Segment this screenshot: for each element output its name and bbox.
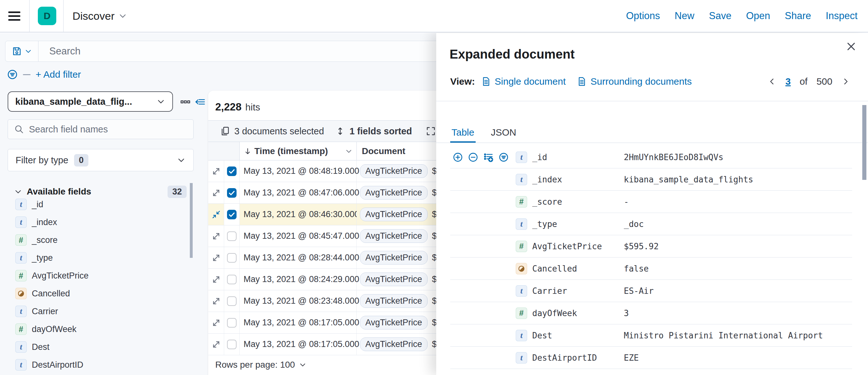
- field-item-_score[interactable]: #_score: [5, 231, 187, 249]
- field-item-_id[interactable]: t_id: [5, 196, 187, 213]
- toggle-column-icon[interactable]: [483, 152, 493, 162]
- boolean-token-icon: [516, 263, 527, 275]
- boxes-horizontal-icon[interactable]: [180, 97, 190, 107]
- tab-json[interactable]: JSON: [490, 123, 518, 143]
- previous-document-icon[interactable]: [768, 77, 776, 86]
- document-fields-table: t_id2HmUYnkBE6JEoD8IwQVst_indexkibana_sa…: [450, 146, 852, 369]
- saved-query-menu[interactable]: [5, 41, 38, 61]
- field-item-DestAirportID[interactable]: tDestAirportID: [5, 356, 187, 374]
- time-cell-value: May 13, 2021 @ 08:28:44.000: [244, 253, 359, 263]
- space-avatar[interactable]: D: [38, 7, 56, 25]
- string-token-icon: t: [516, 330, 527, 341]
- field-badge: AvgTicketPrice: [360, 294, 428, 308]
- filter-out-value-icon[interactable]: [468, 152, 478, 162]
- field-badge: AvgTicketPrice: [360, 164, 428, 178]
- filter-by-type-selector[interactable]: Filter by type 0: [8, 149, 194, 171]
- row-checkbox[interactable]: [227, 296, 237, 306]
- menu-icon[interactable]: [8, 9, 22, 23]
- filter-for-value-icon[interactable]: [453, 152, 463, 162]
- filter-for-field-present-icon[interactable]: [499, 152, 509, 162]
- view-links: Single documentSurrounding documents: [482, 76, 703, 87]
- boolean-token-icon: [15, 288, 27, 299]
- chevron-down-icon[interactable]: [14, 188, 22, 196]
- field-item-_type[interactable]: t_type: [5, 249, 187, 267]
- row-checkbox[interactable]: [227, 188, 237, 198]
- documents-selected-icon: [220, 126, 230, 136]
- doc-field-name: DestAirportID: [532, 353, 624, 363]
- collapse-sidebar-icon[interactable]: [195, 97, 205, 107]
- grid-controls-header-cell: [208, 142, 240, 160]
- row-checkbox[interactable]: [227, 275, 237, 284]
- expand-row-icon[interactable]: [211, 231, 221, 241]
- flyout-tabs: TableJSON: [436, 123, 868, 143]
- index-pattern-label: kibana_sample_data_flig...: [15, 96, 156, 107]
- expand-row-icon[interactable]: [211, 296, 221, 306]
- field-badge: AvgTicketPrice: [360, 251, 428, 264]
- menu-item-new[interactable]: New: [675, 10, 694, 22]
- time-cell-value: May 13, 2021 @ 08:17:05.000: [244, 318, 359, 327]
- expand-row-icon[interactable]: [211, 275, 221, 284]
- expand-row-icon[interactable]: [211, 318, 221, 327]
- tab-table[interactable]: Table: [450, 123, 476, 143]
- field-search-input[interactable]: [29, 124, 193, 135]
- expand-row-icon[interactable]: [211, 167, 221, 176]
- doc-field-row: t_id2HmUYnkBE6JEoD8IwQVs: [450, 146, 852, 168]
- next-document-icon[interactable]: [841, 77, 850, 86]
- close-icon[interactable]: [845, 41, 857, 53]
- time-cell-value: May 13, 2021 @ 08:23:48.000: [244, 296, 359, 306]
- chevron-down-icon: [299, 361, 307, 369]
- doc-field-name: _type: [532, 219, 624, 229]
- chevron-down-icon[interactable]: [345, 147, 352, 155]
- field-item-AvgTicketPrice[interactable]: #AvgTicketPrice: [5, 267, 187, 285]
- pager-total: 500: [816, 76, 832, 87]
- string-token-icon: t: [15, 306, 27, 317]
- chevron-down-icon: [177, 156, 186, 165]
- index-pattern-selector[interactable]: kibana_sample_data_flig...: [8, 91, 173, 112]
- add-filter-button[interactable]: + Add filter: [36, 69, 81, 80]
- field-item-_index[interactable]: t_index: [5, 213, 187, 231]
- expand-row-icon[interactable]: [211, 340, 221, 349]
- field-item-Dest[interactable]: tDest: [5, 338, 187, 356]
- field-name: _index: [32, 218, 57, 227]
- sidebar-scrollbar[interactable]: [190, 183, 193, 258]
- pager-current[interactable]: 3: [785, 76, 791, 87]
- filters-icon[interactable]: [7, 69, 18, 80]
- menu-item-inspect[interactable]: Inspect: [826, 10, 858, 22]
- time-column-header[interactable]: Time (timestamp): [240, 142, 357, 160]
- field-item-Carrier[interactable]: tCarrier: [5, 302, 187, 320]
- string-token-icon: t: [15, 199, 27, 210]
- doc-field-name: Cancelled: [532, 264, 624, 273]
- doc-field-row: tCarrierES-Air: [450, 280, 852, 302]
- expand-row-icon[interactable]: [211, 188, 221, 198]
- documents-selected-button[interactable]: 3 documents selected: [234, 126, 324, 137]
- field-name: AvgTicketPrice: [32, 271, 89, 281]
- field-item-dayOfWeek[interactable]: #dayOfWeek: [5, 320, 187, 338]
- row-checkbox[interactable]: [227, 210, 237, 219]
- number-token-icon: #: [15, 270, 27, 281]
- string-token-icon: t: [516, 174, 527, 185]
- row-checkbox[interactable]: [227, 167, 237, 176]
- field-badge: AvgTicketPrice: [360, 316, 428, 329]
- expand-row-icon[interactable]: [211, 253, 221, 263]
- doc-field-name: Dest: [532, 331, 624, 340]
- row-checkbox[interactable]: [227, 231, 237, 241]
- menu-item-save[interactable]: Save: [709, 10, 732, 22]
- view-link-0[interactable]: Single document: [495, 76, 566, 87]
- view-link-1[interactable]: Surrounding documents: [590, 76, 692, 87]
- row-checkbox[interactable]: [227, 340, 237, 349]
- fullscreen-icon[interactable]: [426, 126, 436, 136]
- field-item-Cancelled[interactable]: Cancelled: [5, 285, 187, 302]
- rows-per-page-button[interactable]: Rows per page: 100: [215, 360, 295, 370]
- fields-sorted-button[interactable]: 1 fields sorted: [349, 126, 412, 137]
- menu-item-share[interactable]: Share: [785, 10, 811, 22]
- collapse-row-icon[interactable]: [211, 210, 221, 219]
- row-checkbox[interactable]: [227, 253, 237, 263]
- menu-item-open[interactable]: Open: [746, 10, 770, 22]
- menu-item-options[interactable]: Options: [626, 10, 660, 22]
- row-checkbox[interactable]: [227, 318, 237, 327]
- number-token-icon: #: [516, 308, 527, 319]
- doc-field-row: tDestAirportIDEZE: [450, 347, 852, 369]
- doc-field-row: tDestMinistro Pistarini International Ai…: [450, 324, 852, 347]
- flyout-scrollbar[interactable]: [862, 105, 866, 180]
- breadcrumb-discover[interactable]: Discover: [72, 10, 127, 22]
